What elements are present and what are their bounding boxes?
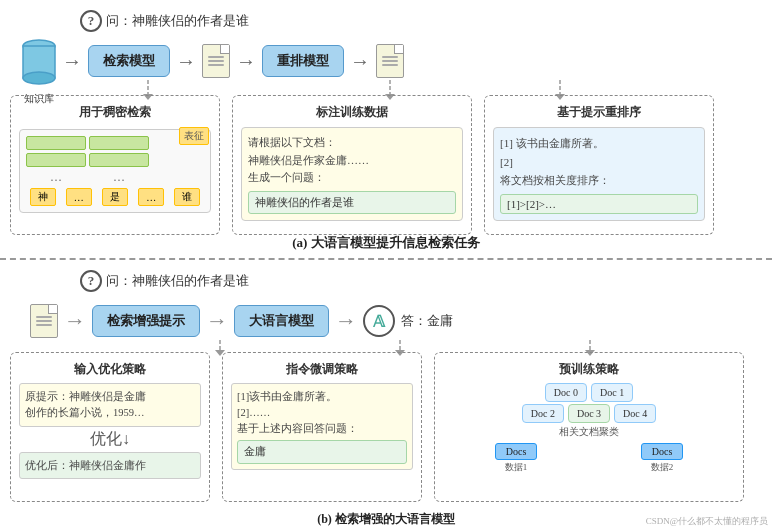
top-caption: (a) 大语言模型提升信息检索任务: [0, 234, 772, 252]
vector-row-2: [26, 153, 204, 167]
doc-line: [382, 64, 398, 66]
vector-row-1: [26, 136, 204, 150]
vector-row-dots: … …: [26, 170, 204, 185]
sub-boxes-top: 用于稠密检索 表征 …: [10, 95, 762, 235]
instr-line-1: [1]该书由金庸所著。: [237, 389, 407, 405]
rerank-answer: [1]>[2]>…: [500, 194, 698, 214]
answer-a-label: 𝔸: [373, 312, 385, 331]
dots-label2: …: [89, 170, 149, 185]
training-text: 请根据以下文档： 神雕侠侣是作家金庸…… 生成一个问题：: [248, 134, 456, 187]
training-line-2: 神雕侠侣是作家金庸……: [248, 152, 456, 170]
kb-cylinder-svg: [20, 38, 58, 86]
training-line-3: 生成一个问题：: [248, 169, 456, 187]
arrow3: →: [236, 51, 256, 71]
doc-line: [382, 56, 398, 58]
opt-arrow-down: 优化↓: [19, 429, 201, 450]
instr-tune-title: 指令微调策略: [231, 361, 413, 378]
token-shi: 是: [102, 188, 128, 206]
token-dots2: …: [138, 188, 164, 206]
doc-icon-bottom-1: [30, 304, 58, 338]
pretrain-box: 预训练策略 Doc 0 Doc 1 Doc 2 Doc 3 Doc 4 相关文档…: [434, 352, 744, 502]
token-row: 神 … 是 … 谁: [26, 188, 204, 206]
doc-line: [36, 324, 52, 326]
arrow-b1: →: [64, 308, 86, 334]
instr-tune-box: 指令微调策略 [1]该书由金庸所著。 [2]…… 基于上述内容回答问题： 金庸: [222, 352, 422, 502]
rerank-title: 基于提示重排序: [493, 104, 705, 121]
opt-result: 优化后：神雕侠侣金庸作: [19, 452, 201, 480]
rerank-text: [1] 该书由金庸所著。 [2] 将文档按相关度排序：: [500, 134, 698, 190]
watermark: CSDN@什么都不太懂的程序员: [646, 515, 768, 528]
arrow-b2: →: [206, 308, 228, 334]
relevance-label: 相关文档聚类: [443, 425, 735, 439]
question-icon-bottom: ?: [80, 270, 102, 292]
opt-result-text: 优化后：神雕侠侣金庸作: [25, 458, 195, 474]
arrow1: →: [62, 51, 82, 71]
training-data-box: 标注训练数据 请根据以下文档： 神雕侠侣是作家金庸…… 生成一个问题： 神雕侠侣…: [232, 95, 472, 235]
arrow-b3: →: [335, 308, 357, 334]
docs-row: Docs 数据1 Docs 数据2: [443, 443, 735, 474]
opt-line2: 创作的长篇小说，1959…: [25, 405, 195, 421]
vec-cell: [89, 153, 149, 167]
doc-card-0: Doc 0: [545, 383, 587, 402]
bottom-flow: → 检索增强提示 → 大语言模型 → 𝔸 答：金庸: [30, 304, 453, 338]
doc-line: [208, 60, 224, 62]
doc-row-1: Doc 0 Doc 1: [443, 383, 735, 402]
opt-line1: 原提示：神雕侠侣是金庸: [25, 389, 195, 405]
rerank-inner: [1] 该书由金庸所著。 [2] 将文档按相关度排序： [1]>[2]>…: [493, 127, 705, 221]
doc-line: [36, 316, 52, 318]
bottom-question-row: ? 问：神雕侠侣的作者是谁: [80, 270, 249, 292]
pretrain-title: 预训练策略: [443, 361, 735, 378]
token-dots: …: [66, 188, 92, 206]
doc-card-2: Doc 2: [522, 404, 564, 423]
dense-content: 表征 … …: [19, 129, 211, 213]
answer-text: 答：金庸: [401, 312, 453, 330]
retrieval-model-box: 检索模型: [88, 45, 170, 77]
token-shen: 神: [30, 188, 56, 206]
svg-point-2: [23, 72, 55, 84]
data-label-1: 数据1: [495, 461, 538, 474]
top-question-text: 问：神雕侠侣的作者是谁: [106, 12, 249, 30]
vec-cell: [26, 153, 86, 167]
docs-group-1: Docs 数据1: [495, 443, 538, 474]
vec-cell: [89, 136, 149, 150]
doc-icon-1: [202, 44, 230, 78]
question-icon: ?: [80, 10, 102, 32]
docs-group-2: Docs 数据2: [641, 443, 684, 474]
dense-title: 用于稠密检索: [19, 104, 211, 121]
doc-icon-2: [376, 44, 404, 78]
bottom-question-text: 问：神雕侠侣的作者是谁: [106, 272, 249, 290]
training-answer: 神雕侠侣的作者是谁: [248, 191, 456, 214]
docs-box-2: Docs: [641, 443, 684, 460]
answer-a-circle: 𝔸: [363, 305, 395, 337]
doc-card-4: Doc 4: [614, 404, 656, 423]
doc-line: [208, 64, 224, 66]
rerank-prompt-box: 基于提示重排序 [1] 该书由金庸所著。 [2] 将文档按相关度排序： [1]>…: [484, 95, 714, 235]
data-label-2: 数据2: [641, 461, 684, 474]
dense-retrieval-box: 用于稠密检索 表征 …: [10, 95, 220, 235]
top-section: ? 问：神雕侠侣的作者是谁 知识库 → 检索模型 →: [0, 0, 772, 260]
doc-row-2: Doc 2 Doc 3 Doc 4: [443, 404, 735, 423]
top-flow: → 检索模型 → → 重排模型 →: [62, 44, 404, 78]
rerank-model-box: 重排模型: [262, 45, 344, 77]
doc-card-3: Doc 3: [568, 404, 610, 423]
instr-line-3: 基于上述内容回答问题：: [237, 421, 407, 437]
instr-line-2: [2]……: [237, 405, 407, 421]
arrow2: →: [176, 51, 196, 71]
main-container: ? 问：神雕侠侣的作者是谁 知识库 → 检索模型 →: [0, 0, 772, 530]
pretrain-cluster: Doc 0 Doc 1 Doc 2 Doc 3 Doc 4 相关文档聚类 Doc…: [443, 383, 735, 493]
dots-label: …: [26, 170, 86, 185]
opt-original: 原提示：神雕侠侣是金庸 创作的长篇小说，1959…: [19, 383, 201, 427]
docs-box-1: Docs: [495, 443, 538, 460]
rerank-line-1: [1] 该书由金庸所著。: [500, 134, 698, 153]
bottom-section: ? 问：神雕侠侣的作者是谁 → 检索增强提示 → 大语言模型 → 𝔸: [0, 262, 772, 530]
repr-label: 表征: [179, 127, 209, 145]
instr-answer: 金庸: [237, 440, 407, 464]
input-opt-title: 输入优化策略: [19, 361, 201, 378]
opt-original-text: 原提示：神雕侠侣是金庸 创作的长篇小说，1959…: [25, 389, 195, 421]
training-title: 标注训练数据: [241, 104, 463, 121]
doc-line: [36, 320, 52, 322]
rerank-line-2: [2]: [500, 153, 698, 172]
doc-card-1: Doc 1: [591, 383, 633, 402]
doc-line: [208, 56, 224, 58]
instr-inner: [1]该书由金庸所著。 [2]…… 基于上述内容回答问题： 金庸: [231, 383, 413, 470]
